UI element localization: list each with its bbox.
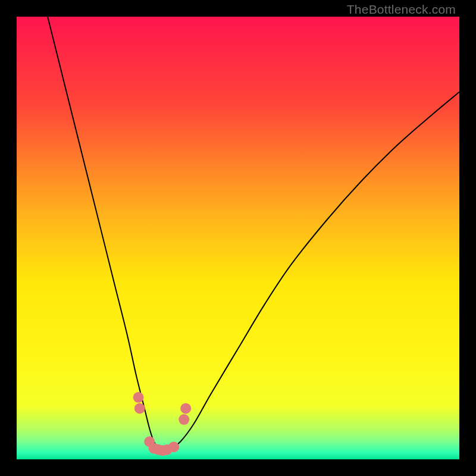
- highlight-point: [133, 392, 144, 403]
- chart-frame: [17, 17, 459, 459]
- highlight-point: [180, 403, 191, 414]
- highlight-point: [168, 441, 179, 452]
- highlight-point: [134, 403, 145, 414]
- watermark-text: TheBottleneck.com: [347, 2, 456, 17]
- highlight-point: [178, 414, 189, 425]
- bottleneck-chart: [17, 17, 459, 459]
- gradient-background: [17, 17, 459, 459]
